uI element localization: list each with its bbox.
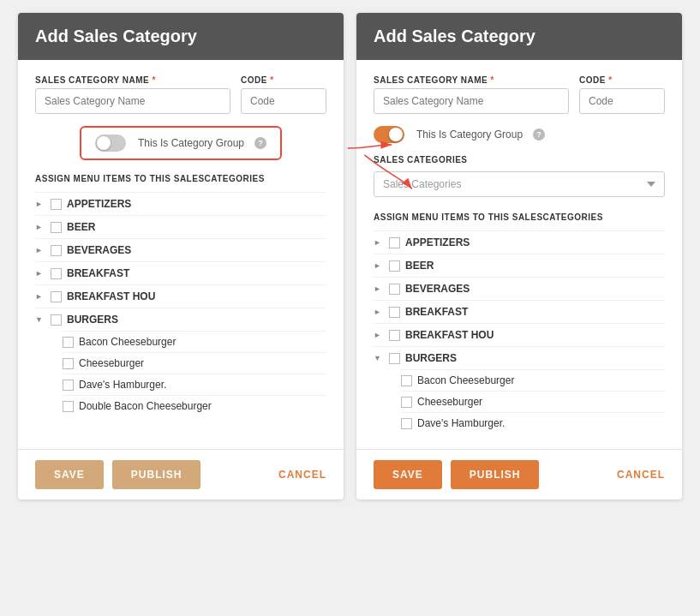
burgers-sub-items: Bacon Cheeseburger Cheeseburger Dave's H…: [35, 331, 326, 416]
left-panel: Add Sales Category SALES CATEGORY NAME *…: [18, 13, 344, 499]
right-panel: Add Sales Category SALES CATEGORY NAME *…: [356, 13, 682, 499]
right-code-label: CODE *: [579, 75, 665, 85]
expand-arrow-burgers[interactable]: ▼: [35, 315, 45, 324]
panels-container: Add Sales Category SALES CATEGORY NAME *…: [18, 13, 682, 499]
right-checkbox-cheeseburger[interactable]: [401, 397, 412, 408]
right-sales-category-label: SALES CATEGORY NAME *: [374, 75, 569, 85]
right-sales-categories-select[interactable]: Sales Categories: [374, 171, 665, 197]
item-label-daves: Dave's Hamburger.: [79, 379, 166, 391]
list-item: ► BEVERAGES: [374, 277, 665, 300]
expand-arrow-appetizers[interactable]: ►: [35, 200, 45, 208]
right-expand-arrow-burgers[interactable]: ▼: [374, 354, 384, 362]
list-item: ► BEER: [35, 215, 326, 238]
list-item: ► APPETIZERS: [374, 230, 665, 254]
expand-arrow-beverages[interactable]: ►: [35, 246, 45, 254]
right-toggle-switch[interactable]: [374, 126, 404, 143]
right-checkbox-bacon[interactable]: [401, 375, 412, 386]
list-item: ► APPETIZERS: [35, 192, 326, 215]
left-assign-title: ASSIGN MENU ITEMS TO THIS SALESCATEGORIE…: [35, 174, 326, 183]
right-item-label-beer: BEER: [405, 260, 434, 272]
right-expand-arrow-breakfast[interactable]: ►: [374, 308, 384, 316]
left-code-label: CODE *: [241, 75, 326, 85]
right-expand-arrow-beverages[interactable]: ►: [374, 284, 384, 293]
left-toggle-label: This Is Category Group: [138, 137, 244, 149]
right-toggle-thumb: [389, 128, 403, 141]
right-checkbox-daves[interactable]: [401, 418, 412, 429]
left-info-icon[interactable]: ?: [254, 137, 266, 149]
right-expand-arrow-breakfasthou[interactable]: ►: [374, 331, 384, 339]
right-item-label-appetizers: APPETIZERS: [405, 236, 470, 248]
right-checkbox-burgers[interactable]: [389, 353, 400, 364]
left-panel-title: Add Sales Category: [35, 27, 197, 45]
expand-arrow-beer[interactable]: ►: [35, 223, 45, 231]
list-item: Dave's Hamburger.: [63, 374, 326, 395]
list-item: Double Bacon Cheeseburger: [63, 395, 326, 416]
checkbox-bacon[interactable]: [63, 337, 74, 348]
item-label-cheeseburger: Cheeseburger: [79, 357, 144, 369]
right-expand-arrow-appetizers[interactable]: ►: [374, 238, 384, 247]
right-cancel-button[interactable]: CANCEL: [617, 469, 665, 481]
list-item: Bacon Cheeseburger: [63, 331, 326, 352]
left-save-button[interactable]: SAVE: [35, 460, 104, 489]
left-sales-category-label: SALES CATEGORY NAME *: [35, 75, 230, 85]
item-label-breakfasthou: Breakfast Hou: [67, 290, 155, 302]
list-item: ▼ BURGERS: [374, 346, 665, 369]
right-item-label-breakfasthou: Breakfast Hou: [405, 329, 494, 341]
left-sales-required: *: [153, 75, 156, 85]
left-panel-header: Add Sales Category: [18, 13, 344, 60]
checkbox-beer[interactable]: [51, 222, 62, 233]
item-label-beverages: BEVERAGES: [67, 244, 131, 256]
left-publish-button[interactable]: PUBLISH: [112, 460, 201, 489]
checkbox-breakfasthou[interactable]: [51, 291, 62, 302]
left-form-row: SALES CATEGORY NAME * CODE *: [35, 75, 326, 114]
left-panel-footer: SAVE PUBLISH CANCEL: [18, 449, 344, 499]
list-item: Dave's Hamburger.: [401, 412, 665, 434]
left-cancel-button[interactable]: CANCEL: [278, 469, 326, 481]
list-item: ▼ BURGERS: [35, 308, 326, 331]
right-sales-categories-label: SALES CATEGORIES: [374, 155, 665, 164]
right-code-input[interactable]: [579, 88, 665, 114]
checkbox-doublebacon[interactable]: [63, 401, 74, 412]
right-checkbox-beer[interactable]: [389, 260, 400, 272]
right-checkbox-breakfast[interactable]: [389, 307, 400, 318]
checkbox-cheeseburger[interactable]: [63, 358, 74, 369]
item-label-doublebacon: Double Bacon Cheeseburger: [79, 400, 212, 412]
list-item: Cheeseburger: [401, 391, 665, 412]
right-checkbox-breakfasthou[interactable]: [389, 330, 400, 341]
left-toggle-thumb: [97, 136, 111, 150]
left-code-group: CODE *: [241, 75, 326, 114]
right-item-label-breakfast: BREAKFAST: [405, 306, 468, 318]
expand-arrow-breakfast[interactable]: ►: [35, 269, 45, 278]
right-publish-button[interactable]: PUBLISH: [451, 460, 540, 489]
right-panel-title: Add Sales Category: [374, 27, 535, 45]
right-checkbox-beverages[interactable]: [389, 284, 400, 295]
checkbox-burgers[interactable]: [51, 314, 62, 326]
left-toggle-box: This Is Category Group ?: [80, 126, 282, 160]
item-label-appetizers: APPETIZERS: [67, 198, 131, 210]
right-sales-categories-group: SALES CATEGORIES Sales Categories: [374, 155, 665, 209]
list-item: ► Breakfast Hou: [374, 323, 665, 346]
right-item-label-cheeseburger: Cheeseburger: [417, 396, 482, 408]
right-save-button[interactable]: SAVE: [374, 460, 442, 489]
checkbox-beverages[interactable]: [51, 245, 62, 256]
list-item: ► BEER: [374, 254, 665, 277]
right-item-label-bacon: Bacon Cheeseburger: [417, 374, 514, 386]
right-info-icon[interactable]: ?: [533, 129, 545, 141]
left-sales-category-input[interactable]: [35, 88, 230, 114]
left-panel-body: SALES CATEGORY NAME * CODE *: [18, 60, 344, 449]
left-assign-section: ASSIGN MENU ITEMS TO THIS SALESCATEGORIE…: [35, 174, 326, 416]
checkbox-daves[interactable]: [63, 380, 74, 391]
left-toggle-switch[interactable]: [95, 135, 126, 152]
checkbox-appetizers[interactable]: [51, 199, 62, 210]
right-sales-required: *: [491, 75, 494, 85]
right-panel-body: SALES CATEGORY NAME * CODE *: [356, 60, 682, 449]
expand-arrow-breakfasthou[interactable]: ►: [35, 292, 45, 301]
right-panel-footer: SAVE PUBLISH CANCEL: [356, 449, 682, 499]
right-expand-arrow-beer[interactable]: ►: [374, 261, 384, 270]
list-item: ► BREAKFAST: [374, 300, 665, 323]
right-checkbox-appetizers[interactable]: [389, 237, 400, 248]
left-code-required: *: [270, 75, 273, 85]
checkbox-breakfast[interactable]: [51, 268, 62, 279]
right-sales-category-input[interactable]: [374, 88, 569, 114]
left-code-input[interactable]: [241, 88, 326, 114]
